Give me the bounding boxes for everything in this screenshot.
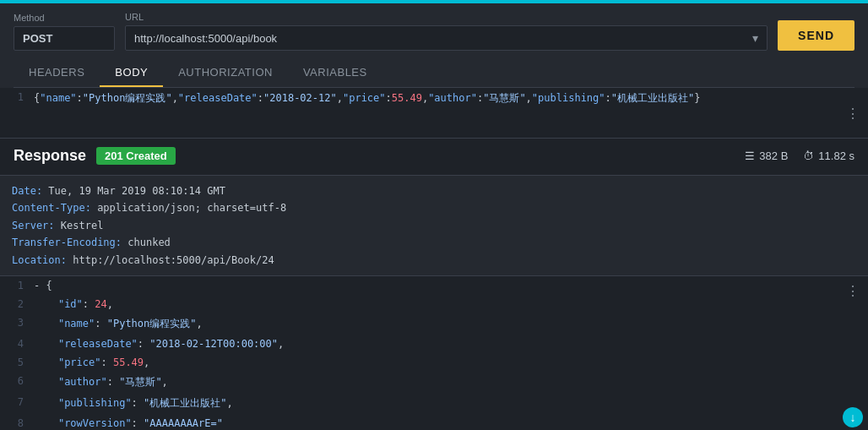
- size-value: 382 B: [759, 150, 788, 162]
- response-body-menu-button[interactable]: ⋮: [846, 283, 860, 299]
- response-header-row: Response 201 Created ☰ 382 B ⏱ 11.82 s: [14, 147, 854, 165]
- method-label: Method: [14, 13, 115, 23]
- json-line-8: 8 "rowVersion": "AAAAAAAArE=": [0, 414, 868, 430]
- tabs-row: HEADERS BODY AUTHORIZATION VARIABLES: [14, 59, 854, 88]
- header-line-4: Transfer-Encoding: chunked: [12, 234, 856, 251]
- response-section: Response 201 Created ☰ 382 B ⏱ 11.82 s: [0, 139, 868, 170]
- tab-body[interactable]: BODY: [100, 59, 163, 87]
- response-time: ⏱ 11.82 s: [803, 150, 854, 162]
- line-number-1: 1: [0, 91, 34, 103]
- body-editor: 1 {"name":"Python编程实践","releaseDate":"20…: [0, 88, 868, 139]
- method-group: Method: [14, 13, 115, 51]
- header-line-3: Server: Kestrel: [12, 217, 856, 234]
- json-line-6: 6 "author": "马慧斯",: [0, 372, 868, 393]
- url-group: URL ▾: [125, 12, 768, 51]
- json-line-1: 1 - {: [0, 276, 868, 295]
- json-line-2: 2 "id": 24,: [0, 295, 868, 313]
- header-line-1: Date: Tue, 19 Mar 2019 08:10:14 GMT: [12, 182, 856, 199]
- response-title: Response: [14, 147, 86, 165]
- request-section: Method URL ▾ SEND HEADERS BODY AUTHORIZA…: [0, 3, 868, 88]
- scroll-indicator[interactable]: ↓: [843, 407, 863, 427]
- json-line-4: 4 "releaseDate": "2018-02-12T00:00:00",: [0, 335, 868, 353]
- time-value: 11.82 s: [818, 150, 854, 162]
- response-body-box: 1 - { 2 "id": 24, 3 "name": "Python编程实践"…: [0, 275, 868, 430]
- url-dropdown-button[interactable]: ▾: [744, 26, 767, 50]
- response-meta: ☰ 382 B ⏱ 11.82 s: [745, 150, 854, 162]
- tab-headers[interactable]: HEADERS: [14, 59, 100, 87]
- status-badge: 201 Created: [96, 147, 176, 165]
- url-input[interactable]: [126, 27, 744, 50]
- url-row: ▾: [125, 25, 768, 51]
- editor-line-1: 1 {"name":"Python编程实践","releaseDate":"20…: [0, 88, 868, 109]
- method-input[interactable]: [14, 26, 115, 51]
- header-line-2: Content-Type: application/json; charset=…: [12, 199, 856, 216]
- response-size: ☰ 382 B: [745, 150, 788, 162]
- scroll-icon: ↓: [850, 411, 856, 424]
- line-content-1: {"name":"Python编程实践","releaseDate":"2018…: [34, 91, 868, 106]
- timer-icon: ⏱: [803, 150, 814, 162]
- url-label: URL: [125, 12, 768, 22]
- dropdown-icon: ▾: [752, 31, 758, 45]
- tab-variables[interactable]: VARIABLES: [288, 59, 382, 87]
- json-line-5: 5 "price": 55.49,: [0, 353, 868, 372]
- tab-authorization[interactable]: AUTHORIZATION: [163, 59, 288, 87]
- more-icon: ⋮: [846, 106, 860, 120]
- response-headers-box: Date: Tue, 19 Mar 2019 08:10:14 GMT Cont…: [0, 175, 868, 275]
- method-url-row: Method URL ▾ SEND: [14, 12, 854, 51]
- json-line-3: 3 "name": "Python编程实践",: [0, 313, 868, 335]
- editor-menu-button[interactable]: ⋮: [846, 105, 860, 121]
- header-line-5: Location: http://localhost:5000/api/Book…: [12, 252, 856, 269]
- more-icon-response: ⋮: [846, 284, 860, 298]
- send-button[interactable]: SEND: [778, 20, 854, 51]
- list-icon: ☰: [745, 150, 755, 162]
- json-line-7: 7 "publishing": "机械工业出版社",: [0, 393, 868, 414]
